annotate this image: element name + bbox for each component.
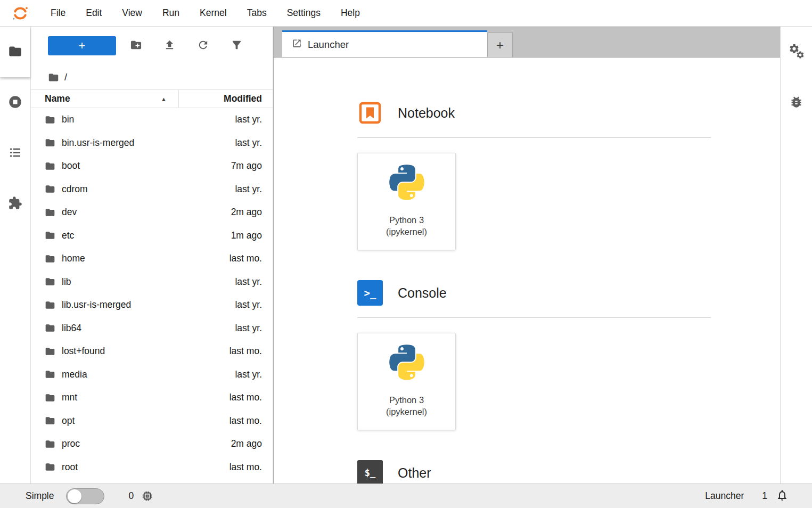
file-name: bin	[62, 114, 74, 125]
file-name: lost+found	[62, 346, 105, 357]
file-row[interactable]: bin last yr.	[31, 108, 273, 132]
file-row[interactable]: opt last mo.	[31, 409, 273, 433]
current-activity-label: Launcher	[705, 490, 744, 502]
file-name: root	[62, 462, 78, 473]
file-modified: last mo.	[229, 392, 273, 403]
file-modified: 1m ago	[231, 230, 273, 241]
new-tab-button[interactable]: +	[487, 32, 513, 57]
bell-icon	[776, 489, 789, 503]
kernel-sessions-icon[interactable]	[141, 490, 153, 502]
menu-item[interactable]: View	[112, 0, 152, 26]
sidebar-tab-property-inspector[interactable]	[781, 27, 811, 77]
notification-bell-button[interactable]	[776, 489, 789, 503]
sidebar-tab-extension-manager[interactable]	[0, 178, 30, 229]
file-name: dev	[62, 207, 77, 218]
launcher-section-console: >_ Console Python 3	[357, 280, 711, 430]
sidebar-tab-debugger[interactable]	[781, 77, 811, 128]
file-modified: last yr.	[235, 137, 273, 149]
file-modified: 2m ago	[231, 207, 273, 218]
folder-icon	[45, 276, 55, 287]
python-logo	[385, 164, 429, 208]
file-modified: last yr.	[235, 369, 273, 380]
menu-items: File Edit View Run Kernel Tabs Settings …	[40, 0, 370, 26]
file-name: media	[62, 369, 87, 380]
file-modified: 2m ago	[231, 438, 273, 449]
home-folder-icon[interactable]	[48, 72, 59, 83]
file-list-header: Name ▲ Modified	[31, 89, 273, 108]
folder-icon	[45, 439, 55, 449]
column-header-modified[interactable]: Modified	[178, 90, 273, 108]
folder-icon	[45, 161, 55, 171]
file-row[interactable]: mnt last mo.	[31, 386, 273, 409]
tab-label: Launcher	[308, 39, 349, 51]
new-folder-icon	[130, 39, 142, 53]
folder-icon	[45, 462, 55, 472]
new-folder-button[interactable]	[130, 39, 142, 53]
menu-item[interactable]: Edit	[76, 0, 112, 26]
filter-button[interactable]	[231, 39, 243, 53]
file-modified: last yr.	[235, 114, 273, 125]
menu-item[interactable]: Tabs	[237, 0, 277, 26]
file-row[interactable]: proc 2m ago	[31, 432, 273, 456]
file-name: proc	[62, 438, 80, 449]
tab-launcher[interactable]: Launcher	[282, 30, 487, 57]
menu-item[interactable]: Kernel	[190, 0, 237, 26]
running-sessions-icon	[8, 95, 22, 111]
menu-item[interactable]: File	[40, 0, 76, 26]
file-browser-panel: +	[31, 27, 273, 484]
menu-item[interactable]: Settings	[277, 0, 331, 26]
simple-mode-toggle[interactable]	[66, 488, 104, 504]
breadcrumb-root[interactable]: /	[64, 72, 67, 83]
section-title: Other	[398, 465, 431, 481]
workspace: +	[0, 27, 812, 484]
file-row[interactable]: cdrom last yr.	[31, 178, 273, 201]
folder-icon	[45, 137, 55, 148]
file-row[interactable]: lib.usr-is-merged last yr.	[31, 293, 273, 317]
file-modified: last mo.	[229, 253, 273, 264]
sidebar-tab-table-of-contents[interactable]	[0, 128, 30, 178]
notification-count: 1	[762, 490, 767, 502]
file-row[interactable]: bin.usr-is-merged last yr.	[31, 132, 273, 155]
file-name: lib64	[62, 323, 81, 334]
file-name: lib	[62, 276, 71, 288]
file-row[interactable]: etc 1m ago	[31, 224, 273, 248]
folder-icon	[45, 392, 55, 403]
toggle-knob	[68, 489, 81, 503]
menu-item[interactable]: Run	[152, 0, 190, 26]
column-header-name[interactable]: Name ▲	[31, 90, 178, 108]
menu-item[interactable]: Help	[331, 0, 370, 26]
file-row[interactable]: home last mo.	[31, 247, 273, 271]
file-name: boot	[62, 160, 80, 171]
folder-icon	[45, 184, 55, 194]
sidebar-tab-file-browser[interactable]	[0, 27, 30, 77]
jupyterlab-app: File Edit View Run Kernel Tabs Settings …	[0, 0, 812, 508]
file-row[interactable]: lost+found last mo.	[31, 340, 273, 363]
file-row[interactable]: lib64 last yr.	[31, 317, 273, 340]
refresh-button[interactable]	[197, 39, 209, 53]
folder-icon	[45, 369, 55, 380]
file-row[interactable]: boot 7m ago	[31, 154, 273, 178]
notebook-icon	[357, 100, 383, 126]
file-row[interactable]: dev 2m ago	[31, 201, 273, 224]
launcher-card-console-python3[interactable]: Python 3 (ipykernel)	[357, 333, 456, 430]
new-launcher-button[interactable]: +	[48, 36, 116, 55]
menu-bar: File Edit View Run Kernel Tabs Settings …	[0, 0, 812, 27]
python-logo	[385, 344, 429, 388]
file-row[interactable]: root last mo.	[31, 456, 273, 479]
launcher-card-notebook-python3[interactable]: Python 3 (ipykernel)	[357, 153, 456, 250]
upload-button[interactable]	[163, 39, 176, 53]
launcher-section-notebook: Notebook Python 3 (ipykernel)	[357, 100, 711, 250]
launcher-section-other: $_ Other	[357, 460, 711, 484]
file-modified: last mo.	[229, 462, 273, 473]
upload-icon	[163, 39, 176, 53]
main-dock-panel: Launcher + Notebook	[273, 27, 780, 484]
file-browser-toolbar: +	[31, 27, 273, 65]
modified-header-label: Modified	[224, 93, 262, 104]
file-row[interactable]: lib last yr.	[31, 271, 273, 294]
folder-icon	[45, 323, 55, 333]
extension-manager-icon	[8, 196, 22, 212]
sidebar-tab-running-sessions[interactable]	[0, 77, 30, 128]
file-name: etc	[62, 230, 74, 241]
file-modified: last yr.	[235, 184, 273, 195]
file-row[interactable]: media last yr.	[31, 363, 273, 387]
